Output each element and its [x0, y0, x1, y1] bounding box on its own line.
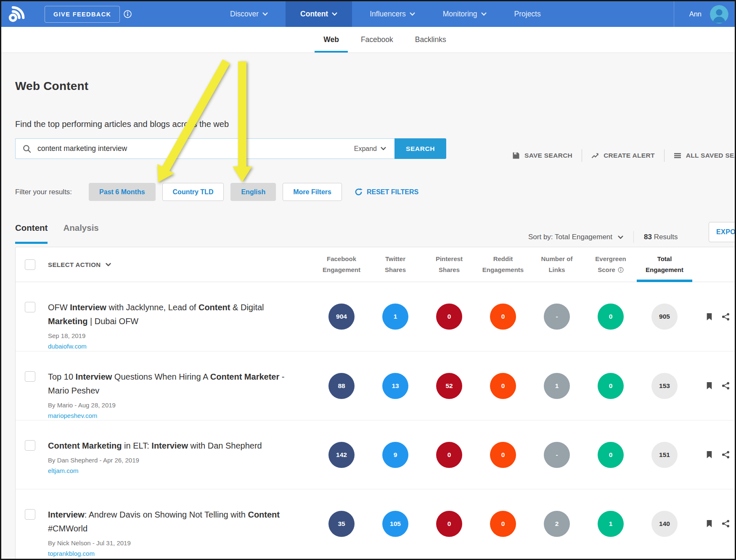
select-all-checkbox[interactable]	[25, 259, 35, 270]
filter-label: Filter your results:	[15, 188, 72, 196]
select-action-label: SELECT ACTION	[48, 261, 101, 268]
reddit-cell: 0	[476, 373, 530, 399]
column-header-evergreen[interactable]: EvergreenScore	[584, 254, 638, 275]
result-cell: Interview: Andrew Davis on Showing Not T…	[41, 489, 315, 557]
column-header-total[interactable]: TotalEngagement	[638, 254, 691, 275]
results-tab-analysis[interactable]: Analysis	[63, 222, 98, 244]
all-saved-searches-button[interactable]: ALL SAVED SEARCHES	[665, 152, 736, 159]
avatar[interactable]	[710, 5, 728, 24]
twitter-value: 13	[382, 373, 408, 399]
share-icon[interactable]	[722, 520, 730, 528]
nav-item-label: Projects	[514, 10, 541, 18]
bookmark-icon[interactable]	[705, 520, 713, 528]
expand-toggle[interactable]: Expand	[354, 145, 386, 153]
nav-item-content[interactable]: Content	[286, 1, 352, 27]
save-search-button[interactable]: SAVE SEARCH	[503, 152, 582, 159]
select-action-dropdown[interactable]: SELECT ACTION	[48, 261, 315, 268]
results-count-number: 83	[644, 233, 652, 241]
column-header-pinterest[interactable]: PinterestShares	[422, 254, 476, 275]
nav-item-label: Influencers	[370, 10, 406, 18]
filter-chip-more-filters[interactable]: More Filters	[283, 183, 342, 201]
sort-dropdown[interactable]: Sort by: Total Engagement	[528, 233, 623, 241]
facebook-value: 35	[328, 511, 355, 537]
chevron-down-icon	[381, 147, 386, 151]
info-icon[interactable]	[124, 10, 132, 18]
user-name[interactable]: Ann	[689, 10, 702, 18]
chevron-down-icon	[410, 12, 415, 16]
facebook-cell: 35	[315, 511, 368, 537]
nav-item-influencers[interactable]: Influencers	[360, 1, 425, 27]
column-header-line2: Score	[584, 264, 638, 275]
table-row: Content Marketing in ELT: Interview with…	[16, 420, 736, 489]
result-link[interactable]: mariopeshev.com	[48, 412, 97, 419]
result-meta: By Dan Shepherd - Apr 26, 2019	[48, 457, 315, 464]
result-link[interactable]: toprankblog.com	[48, 550, 95, 557]
nav-item-projects[interactable]: Projects	[504, 1, 551, 27]
result-link[interactable]: dubaiofw.com	[48, 343, 87, 350]
search-button[interactable]: SEARCH	[394, 138, 446, 159]
reset-filters-button[interactable]: RESET FILTERS	[355, 188, 418, 196]
create-alert-button[interactable]: CREATE ALERT	[582, 152, 664, 159]
twitter-value: 105	[382, 511, 408, 537]
filter-chip-past-6-months[interactable]: Past 6 Months	[89, 183, 155, 201]
twitter-cell: 9	[368, 442, 422, 468]
row-actions	[691, 313, 736, 321]
links-value: -	[544, 442, 570, 468]
info-icon	[618, 267, 624, 273]
action-label: CREATE ALERT	[604, 152, 655, 159]
column-header-reddit[interactable]: RedditEngagements	[476, 254, 530, 275]
row-checkbox[interactable]	[25, 509, 35, 520]
select-action-cell: SELECT ACTION	[41, 261, 315, 268]
result-title[interactable]: Interview: Andrew Davis on Showing Not T…	[48, 508, 290, 536]
results-count-label: Results	[654, 233, 678, 241]
column-header-facebook[interactable]: FacebookEngagement	[315, 254, 368, 275]
divider	[633, 231, 634, 243]
result-cell: Content Marketing in ELT: Interview with…	[41, 420, 315, 475]
row-checkbox[interactable]	[25, 371, 35, 382]
tab-web[interactable]: Web	[315, 27, 348, 53]
twitter-cell: 105	[368, 511, 422, 537]
row-checkbox[interactable]	[25, 302, 35, 312]
user-area: Ann	[674, 1, 735, 27]
column-header-line1: Reddit	[476, 254, 530, 264]
save-icon	[512, 152, 520, 159]
reset-filters-label: RESET FILTERS	[367, 188, 418, 196]
main-nav: DiscoverContentInfluencersMonitoringProj…	[220, 1, 551, 27]
result-link[interactable]: eltjam.com	[48, 467, 79, 474]
result-title[interactable]: Top 10 Interview Questions When Hiring A…	[48, 370, 290, 398]
column-header-twitter[interactable]: TwitterShares	[368, 254, 422, 275]
result-title[interactable]: OFW Interview with Jacklynne, Lead of Co…	[48, 301, 290, 328]
bookmark-icon[interactable]	[705, 382, 713, 390]
bookmark-icon[interactable]	[705, 451, 713, 459]
facebook-value: 88	[328, 373, 355, 399]
links-value: 2	[544, 511, 570, 537]
results-tab-content[interactable]: Content	[15, 222, 48, 244]
bookmark-icon[interactable]	[705, 313, 713, 321]
nav-item-monitoring[interactable]: Monitoring	[433, 1, 497, 27]
share-icon[interactable]	[722, 451, 730, 459]
row-checkbox[interactable]	[25, 440, 35, 451]
tab-facebook[interactable]: Facebook	[352, 27, 402, 53]
give-feedback-button[interactable]: GIVE FEEDBACK	[45, 6, 120, 23]
result-title[interactable]: Content Marketing in ELT: Interview with…	[48, 439, 290, 453]
tab-backlinks[interactable]: Backlinks	[406, 27, 455, 53]
app-window: { "colors": { "navbar": "#3d7ad3", "navb…	[0, 0, 736, 560]
search-input[interactable]	[37, 144, 348, 153]
evergreen-cell: 0	[584, 304, 638, 330]
sort-label: Sort by: Total Engagement	[528, 233, 612, 241]
results-table: SELECT ACTION FacebookEngagementTwitterS…	[15, 247, 736, 560]
total-value: 905	[651, 304, 678, 330]
share-icon[interactable]	[722, 382, 730, 390]
filter-chip-english[interactable]: English	[230, 183, 276, 201]
nav-item-discover[interactable]: Discover	[220, 1, 278, 27]
share-icon[interactable]	[722, 313, 730, 321]
buzzsumo-logo-icon[interactable]	[7, 4, 27, 24]
export-button[interactable]: EXPORT	[709, 222, 736, 242]
evergreen-value: 0	[598, 373, 624, 399]
column-header-line1: Facebook	[315, 254, 368, 264]
column-header-links[interactable]: Number ofLinks	[530, 254, 584, 275]
filter-chip-country-tld[interactable]: Country TLD	[162, 183, 224, 201]
sort-bar: Sort by: Total Engagement 83 Results	[528, 231, 678, 243]
filter-row: Filter your results: Past 6 MonthsCountr…	[15, 183, 735, 201]
column-header-line1: Number of	[530, 254, 584, 264]
